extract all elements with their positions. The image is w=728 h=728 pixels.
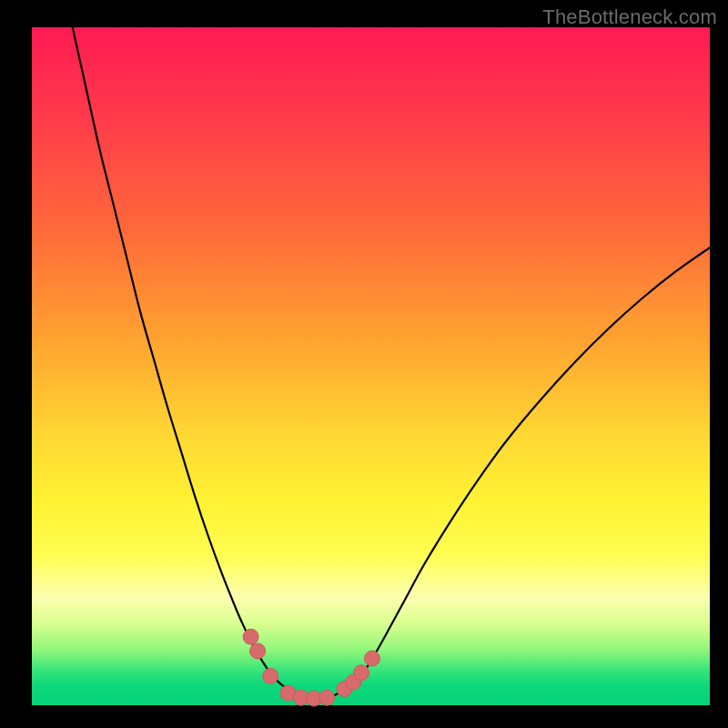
curve-marker [263, 668, 278, 683]
curve-marker [364, 651, 379, 666]
curve-marker [354, 665, 369, 681]
watermark-text: TheBottleneck.com [542, 5, 717, 29]
v-curve-path [73, 27, 710, 699]
curve-marker [243, 629, 258, 644]
plot-area [32, 27, 710, 705]
marker-group [243, 629, 379, 706]
curve-marker [250, 643, 266, 659]
curve-layer [32, 27, 710, 705]
chart-frame: TheBottleneck.com [0, 0, 728, 728]
curve-marker [319, 690, 335, 705]
